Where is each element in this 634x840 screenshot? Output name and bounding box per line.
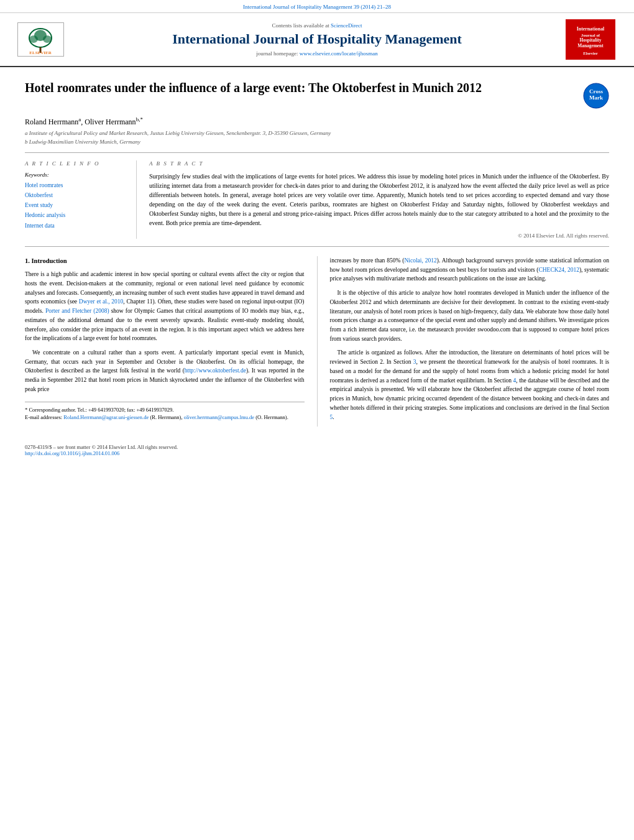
affiliation-a: a Institute of Agricultural Policy and M… [25,129,609,138]
svg-text:Mark: Mark [589,95,603,101]
homepage-text: journal homepage: [256,50,299,57]
check24-link[interactable]: CHECK24, 2012 [538,267,579,273]
section4-link[interactable]: 4 [513,377,517,384]
page-footer: 0278-4319/$ – see front matter © 2014 El… [0,444,634,463]
keyword-event-study[interactable]: Event study [25,200,127,210]
doi-link[interactable]: http://dx.doi.org/10.1016/j.ijhm.2014.01… [25,450,119,456]
section-1-heading: 1. Introduction [25,256,305,266]
keywords-label: Keywords: [25,172,127,178]
email2-link[interactable]: oliver.herrmann@campus.lmu.de [184,414,255,420]
elsevier-tree-icon: ELSEVIER [19,24,62,55]
crossmark-icon: Cross Mark [583,83,609,109]
elsevier-logo-box: ELSEVIER [17,22,64,57]
body-columns: 1. Introduction There is a high public a… [25,256,609,427]
copyright-line: © 2014 Elsevier Ltd. All rights reserved… [149,233,609,239]
keyword-hedonic[interactable]: Hedonic analysis [25,210,127,220]
page: International Journal of Hospitality Man… [0,0,634,840]
article-info-title: A R T I C L E I N F O [25,160,127,167]
svg-text:ELSEVIER: ELSEVIER [29,50,52,55]
body-para-4: It is the objective of this article to a… [330,288,610,343]
body-para-1: There is a high public and academic inte… [25,270,305,343]
svg-text:Cross: Cross [589,88,603,95]
column-divider [317,256,318,427]
hospitality-logo-container: International Journal of Hospitality Man… [566,19,622,60]
journal-citation: International Journal of Hospitality Man… [243,4,391,10]
contents-text: Contents lists available at [272,22,331,29]
homepage-line: journal homepage: www.elsevier.com/locat… [81,50,553,57]
section3-link[interactable]: 3 [413,359,416,365]
journal-center: Contents lists available at ScienceDirec… [81,22,553,56]
journal-citation-bar: International Journal of Hospitality Man… [0,0,634,13]
svg-point-4 [29,35,38,43]
email-label: E-mail addresses: [25,414,63,420]
affiliation-b: b Ludwig-Maximilian University Munich, G… [25,138,609,147]
abstract-title: A B S T R A C T [149,160,609,167]
email1-link[interactable]: Roland.Herrmann@agrar.uni-giessen.de [63,414,150,420]
porter-link[interactable]: Porter and Fletcher (2008) [45,308,109,314]
article-title: Hotel roomrates under the influence of a… [25,80,574,96]
body-para-5: The article is organized as follows. Aft… [330,348,610,422]
hospitality-logo-box: International Journal of Hospitality Man… [566,19,615,60]
column-right: increases by more than 850% (Nicolai, 20… [330,256,610,427]
authors-line: Roland Herrmanna, Oliver Herrmannb,* [25,116,609,127]
oktoberfest-url-link[interactable]: http://www.oktoberfest.de [185,367,246,374]
elsevier-logo-container: ELSEVIER [12,22,68,57]
svg-text:Hospitality: Hospitality [580,37,602,43]
journal-title: International Journal of Hospitality Man… [81,31,553,47]
keyword-hotel-roomrates[interactable]: Hotel roomrates [25,180,127,190]
nicolai-link[interactable]: Nicolai, 2012 [405,257,437,264]
footnotes: * Corresponding author. Tel.: +49 641993… [25,402,305,422]
body-para-2: We concentrate on a cultural rather than… [25,348,305,394]
keyword-internet-data[interactable]: Internet data [25,221,127,231]
keywords-list: Hotel roomrates Oktoberfest Event study … [25,180,127,231]
doi-line: http://dx.doi.org/10.1016/j.ijhm.2014.01… [25,450,609,456]
column-left: 1. Introduction There is a high public a… [25,256,305,427]
abstract-panel: A B S T R A C T Surprisingly few studies… [149,160,609,239]
issn-line: 0278-4319/$ – see front matter © 2014 El… [25,444,609,450]
affiliations: a Institute of Agricultural Policy and M… [25,129,609,146]
crossmark-container[interactable]: Cross Mark [583,83,609,110]
abstract-text: Surprisingly few studies deal with the i… [149,172,609,228]
body-para-3: increases by more than 850% (Nicolai, 20… [330,256,610,284]
article-info-abstract: A R T I C L E I N F O Keywords: Hotel ro… [25,152,609,247]
section5-link[interactable]: 5 [330,414,333,420]
svg-text:Elsevier: Elsevier [583,51,598,55]
svg-point-5 [43,35,52,43]
email-note: E-mail addresses: Roland.Herrmann@agrar.… [25,413,305,422]
email1-name: (R. Herrmann), [150,414,182,420]
svg-text:International: International [577,26,605,32]
article-body: Hotel roomrates under the influence of a… [0,67,634,439]
contents-available-line: Contents lists available at ScienceDirec… [81,22,553,29]
dwyer-link[interactable]: Dwyer et al., 2010 [79,298,124,305]
sciencedirect-link[interactable]: ScienceDirect [331,22,362,29]
svg-text:Journal of: Journal of [581,33,600,37]
journal-header: ELSEVIER Contents lists available at Sci… [0,13,634,67]
corresponding-note-text: * Corresponding author. Tel.: +49 641993… [25,407,174,413]
svg-text:Management: Management [577,43,604,48]
keyword-oktoberfest[interactable]: Oktoberfest [25,190,127,200]
corresponding-author-note: * Corresponding author. Tel.: +49 641993… [25,406,305,414]
homepage-link[interactable]: www.elsevier.com/locate/ijhosman [300,50,378,57]
article-title-section: Hotel roomrates under the influence of a… [25,80,609,110]
hospitality-logo-icon: International Journal of Hospitality Man… [568,22,613,57]
email2-name: (O. Herrmann). [255,414,288,420]
article-info-panel: A R T I C L E I N F O Keywords: Hotel ro… [25,160,137,239]
